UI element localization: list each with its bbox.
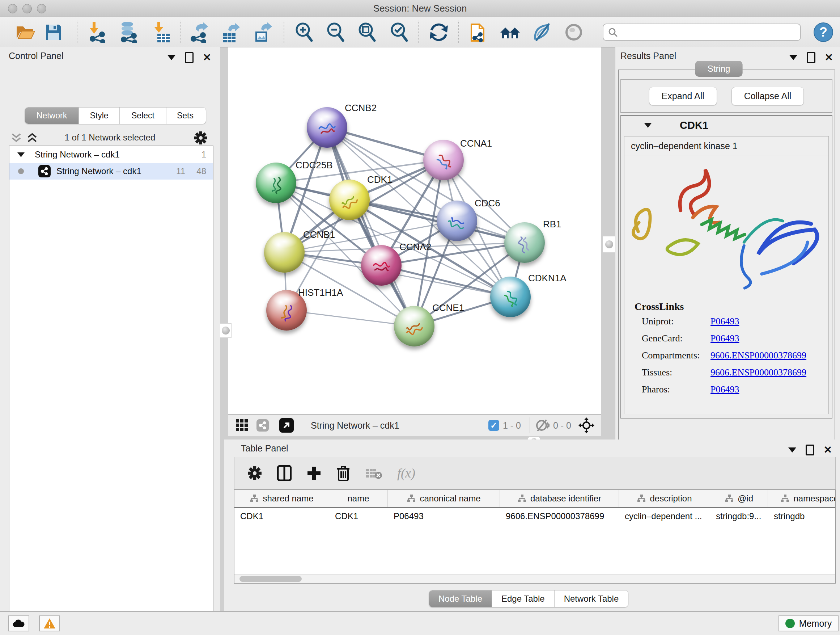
help-button[interactable]: ? — [813, 21, 834, 43]
panel-float-icon[interactable] — [806, 445, 814, 455]
network-collection-row[interactable]: String Network – cdk1 1 — [9, 146, 213, 163]
tab-sets[interactable]: Sets — [166, 108, 204, 124]
panel-close-icon[interactable]: ✕ — [825, 54, 833, 61]
add-column-icon[interactable] — [307, 466, 321, 480]
panel-close-icon[interactable]: ✕ — [203, 54, 211, 61]
network-node-cdk1[interactable] — [329, 180, 370, 220]
panel-minimize-icon[interactable] — [788, 448, 796, 453]
show-graphics-details-button[interactable] — [563, 21, 584, 43]
home-button[interactable] — [500, 21, 521, 43]
left-splitter-handle[interactable] — [220, 323, 232, 338]
import-table-file-button[interactable] — [151, 21, 172, 43]
export-network-icon — [189, 21, 210, 43]
gene-header[interactable]: CDK1 — [621, 116, 832, 135]
gear-icon[interactable] — [194, 131, 208, 145]
scrollbar-thumb[interactable] — [240, 576, 302, 582]
column-header-description[interactable]: description — [619, 490, 710, 507]
table-cell[interactable]: CDK1 — [329, 508, 388, 524]
zoom-fit-button[interactable] — [356, 21, 378, 43]
right-splitter-handle[interactable] — [603, 236, 616, 253]
refresh-button[interactable] — [428, 21, 450, 43]
zoom-out-button[interactable] — [325, 21, 346, 43]
expand-all-button[interactable]: Expand All — [649, 87, 717, 105]
gene-collapse-icon[interactable] — [644, 123, 652, 128]
tab-style[interactable]: Style — [79, 108, 120, 124]
network-view-icon[interactable] — [256, 419, 269, 432]
column-header-name[interactable]: name — [329, 490, 388, 507]
table-gear-icon[interactable] — [248, 466, 262, 480]
collection-name: String Network – cdk1 — [35, 149, 120, 160]
network-node-rb1[interactable] — [504, 222, 545, 263]
crosslink-link[interactable]: P06493 — [711, 384, 739, 395]
table-cell[interactable]: stringdb:9... — [710, 508, 768, 524]
selected-checkbox-icon[interactable]: ✓ — [488, 420, 499, 431]
tab-string[interactable]: String — [695, 61, 743, 77]
fit-content-crosshair-icon[interactable] — [578, 417, 594, 433]
column-header-shared-name[interactable]: shared name — [234, 490, 329, 507]
memory-label: Memory — [799, 618, 832, 629]
hide-graphics-details-button[interactable] — [531, 21, 553, 43]
network-node-cdc6[interactable] — [437, 201, 477, 241]
column-header-namespace[interactable]: namespace — [768, 490, 836, 507]
cloud-status-button[interactable] — [8, 616, 29, 631]
crosslink-link[interactable]: P06493 — [711, 333, 739, 344]
panel-float-icon[interactable] — [807, 52, 815, 63]
crosslink-link[interactable]: P06493 — [711, 316, 739, 327]
delete-column-icon[interactable] — [336, 465, 350, 481]
network-node-cdc25b[interactable] — [256, 163, 296, 203]
network-from-file-button[interactable] — [467, 21, 489, 43]
export-table-button[interactable] — [219, 21, 241, 43]
panel-float-icon[interactable] — [185, 52, 194, 63]
panel-minimize-icon[interactable] — [167, 55, 175, 60]
function-builder-button[interactable]: f(x) — [397, 466, 415, 481]
horizontal-scrollbar[interactable] — [234, 574, 835, 583]
memory-button[interactable]: Memory — [778, 616, 838, 631]
show-columns-icon[interactable] — [277, 465, 292, 481]
tab-select[interactable]: Select — [120, 108, 166, 124]
network-node-ccnb2[interactable] — [307, 107, 347, 148]
table-cell[interactable]: cyclin–dependent ... — [619, 508, 710, 524]
column-header--id[interactable]: @id — [710, 490, 768, 507]
zoom-in-button[interactable] — [293, 21, 315, 43]
tab-edge-table[interactable]: Edge Table — [492, 591, 554, 607]
column-header-database-identifier[interactable]: database identifier — [500, 490, 619, 507]
crosslink-link[interactable]: 9606.ENSP00000378699 — [711, 350, 806, 361]
open-session-button[interactable] — [14, 21, 36, 43]
search-input[interactable] — [618, 27, 786, 38]
export-image-button[interactable] — [252, 21, 273, 43]
save-session-button[interactable] — [43, 21, 65, 43]
crosslink-link[interactable]: 9606.ENSP00000378699 — [711, 367, 806, 378]
warnings-button[interactable] — [39, 616, 60, 631]
table-cell[interactable]: 9606.ENSP00000378699 — [500, 508, 619, 524]
collection-expand-icon[interactable] — [17, 152, 25, 157]
grid-view-icon[interactable] — [235, 419, 248, 432]
panel-close-icon[interactable]: ✕ — [824, 447, 832, 454]
network-row[interactable]: String Network – cdk1 11 48 — [9, 163, 213, 180]
network-node-cdkn1a[interactable] — [490, 277, 531, 317]
panel-minimize-icon[interactable] — [789, 55, 797, 60]
import-network-file-button[interactable] — [87, 21, 109, 43]
refresh-icon — [429, 22, 448, 42]
table-cell[interactable]: P06493 — [388, 508, 500, 524]
network-node-ccne1[interactable] — [394, 306, 434, 347]
delete-table-icon[interactable] — [365, 467, 382, 480]
search-field[interactable] — [603, 24, 801, 41]
network-node-ccna1[interactable] — [423, 140, 464, 180]
network-node-ccna2[interactable] — [361, 245, 401, 286]
table-cell[interactable]: CDK1 — [234, 508, 329, 524]
table-row[interactable]: CDK1CDK1P064939606.ENSP00000378699cyclin… — [234, 508, 835, 524]
tab-node-table[interactable]: Node Table — [429, 591, 492, 607]
import-network-database-button[interactable] — [118, 21, 139, 43]
network-node-ccnb1[interactable] — [264, 232, 305, 272]
network-canvas[interactable]: CCNB2CCNA1CDC25BCDK1CDC6RB1CCNB1CCNA2CDK… — [228, 47, 601, 415]
table-cell[interactable]: stringdb — [768, 508, 836, 524]
export-network-button[interactable] — [188, 21, 210, 43]
node-table[interactable]: shared namenamecanonical namedatabase id… — [234, 489, 836, 584]
detach-view-icon[interactable] — [279, 418, 294, 432]
hidden-eye-slash-icon[interactable] — [535, 420, 549, 431]
zoom-selected-button[interactable] — [388, 21, 410, 43]
collapse-all-button[interactable]: Collapse All — [731, 87, 804, 105]
tab-network[interactable]: Network — [25, 108, 79, 124]
column-header-canonical-name[interactable]: canonical name — [388, 490, 500, 507]
tab-network-table[interactable]: Network Table — [554, 591, 628, 607]
